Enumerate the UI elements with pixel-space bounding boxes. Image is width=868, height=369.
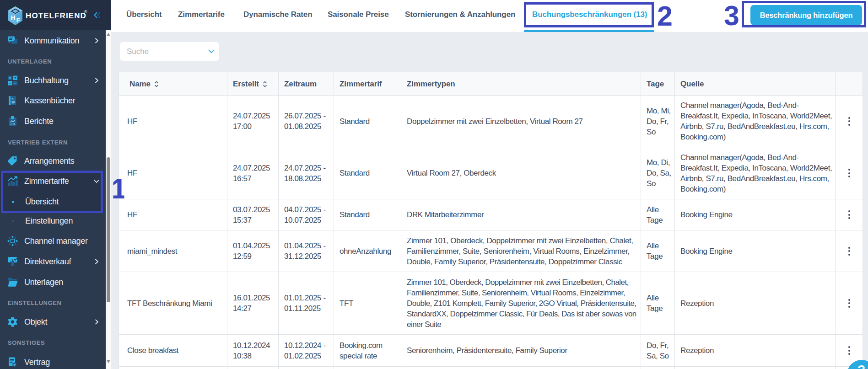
svg-text:H: H [11,14,16,21]
svg-text:F: F [16,16,21,24]
svg-text:€: € [12,97,14,101]
